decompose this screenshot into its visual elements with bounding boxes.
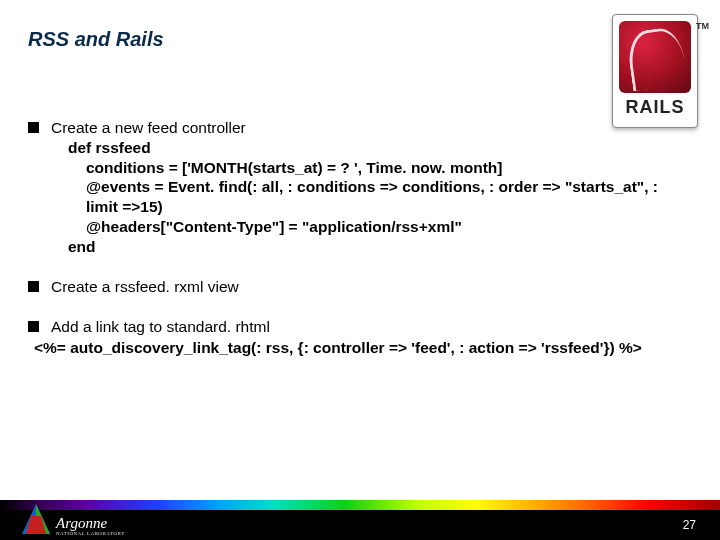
- argonne-logo: Argonne NATIONAL LABORATORY: [22, 502, 125, 536]
- code-line: end: [68, 237, 692, 257]
- bullet-text: Create a new feed controller: [51, 118, 692, 138]
- bullet-square-icon: [28, 281, 39, 292]
- org-subname: NATIONAL LABORATORY: [56, 531, 125, 536]
- bullet-item: Create a rssfeed. rxml view: [28, 277, 692, 297]
- argonne-triangle-icon: [22, 504, 50, 534]
- rails-logo: TM RAILS: [612, 14, 698, 128]
- bullet-item: Add a link tag to standard. rhtml: [28, 317, 692, 337]
- content-area: Create a new feed controller def rssfeed…: [28, 118, 692, 359]
- code-line: @events = Event. find(: all, : condition…: [68, 177, 692, 217]
- bullet-item: Create a new feed controller: [28, 118, 692, 138]
- argonne-text: Argonne NATIONAL LABORATORY: [56, 516, 125, 536]
- slide: RSS and Rails TM RAILS Create a new feed…: [0, 0, 720, 540]
- bullet-square-icon: [28, 122, 39, 133]
- rails-icon: [619, 21, 691, 93]
- page-number: 27: [683, 518, 696, 532]
- bullet-text: Create a rssfeed. rxml view: [51, 277, 692, 297]
- code-line: @headers["Content-Type"] = "application/…: [68, 217, 692, 237]
- svg-marker-2: [26, 516, 46, 534]
- org-name: Argonne: [56, 516, 125, 531]
- bullet-square-icon: [28, 321, 39, 332]
- erb-code-line: <%= auto_discovery_link_tag(: rss, {: co…: [34, 338, 692, 358]
- footer: Argonne NATIONAL LABORATORY 27: [0, 488, 720, 540]
- rails-logo-text: RAILS: [626, 97, 685, 118]
- code-line: conditions = ['MONTH(starts_at) = ? ', T…: [68, 158, 692, 178]
- code-block: def rssfeed conditions = ['MONTH(starts_…: [68, 138, 692, 257]
- trademark-label: TM: [696, 21, 709, 31]
- bullet-text: Add a link tag to standard. rhtml: [51, 317, 692, 337]
- slide-title: RSS and Rails: [28, 28, 164, 51]
- code-line: def rssfeed: [68, 138, 692, 158]
